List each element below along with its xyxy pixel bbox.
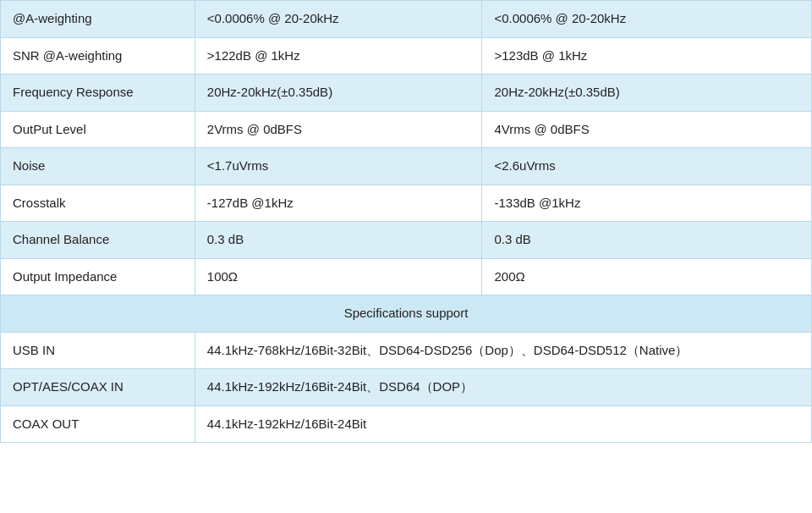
row-label: Frequency Response (1, 74, 195, 112)
row-label: Crosstalk (1, 185, 195, 222)
row-value-1: 0.3 dB (195, 222, 482, 259)
row-label: Noise (1, 148, 195, 185)
row-value-2: >123dB @ 1kHz (482, 37, 812, 74)
row-label: Output Impedance (1, 258, 195, 295)
row-value-full: 44.1kHz-768kHz/16Bit-32Bit、DSD64-DSD256（… (195, 332, 811, 369)
row-value-2: 20Hz-20kHz(±0.35dB) (482, 74, 812, 112)
row-value-1: 2Vrms @ 0dBFS (195, 111, 482, 148)
row-value-2: <2.6uVrms (482, 148, 812, 185)
row-value-2: 4Vrms @ 0dBFS (482, 111, 812, 148)
row-value-1: >122dB @ 1kHz (195, 37, 482, 74)
row-value-1: 100Ω (195, 258, 482, 295)
row-value-1: <0.0006% @ 20-20kHz (195, 1, 482, 38)
specs-table: @A-weighting<0.0006% @ 20-20kHz<0.0006% … (0, 0, 812, 443)
row-value-2: 0.3 dB (482, 222, 812, 259)
section-header: Specifications support (1, 295, 812, 333)
row-value-full: 44.1kHz-192kHz/16Bit-24Bit、DSD64（DOP） (195, 369, 811, 406)
row-value-1: -127dB @1kHz (195, 185, 482, 222)
row-value-2: -133dB @1kHz (482, 185, 812, 222)
row-value-2: <0.0006% @ 20-20kHz (482, 1, 812, 38)
specs-table-container: @A-weighting<0.0006% @ 20-20kHz<0.0006% … (0, 0, 812, 443)
row-value-2: 200Ω (482, 258, 812, 295)
row-value-full: 44.1kHz-192kHz/16Bit-24Bit (195, 405, 811, 443)
row-label: COAX OUT (1, 405, 195, 443)
row-label: @A-weighting (1, 1, 195, 38)
row-label: OutPut Level (1, 111, 195, 148)
row-value-1: <1.7uVrms (195, 148, 482, 185)
row-label: USB IN (1, 332, 195, 369)
row-label: Channel Balance (1, 222, 195, 259)
row-value-1: 20Hz-20kHz(±0.35dB) (195, 74, 482, 112)
row-label: SNR @A-weighting (1, 37, 195, 74)
row-label: OPT/AES/COAX IN (1, 369, 195, 406)
